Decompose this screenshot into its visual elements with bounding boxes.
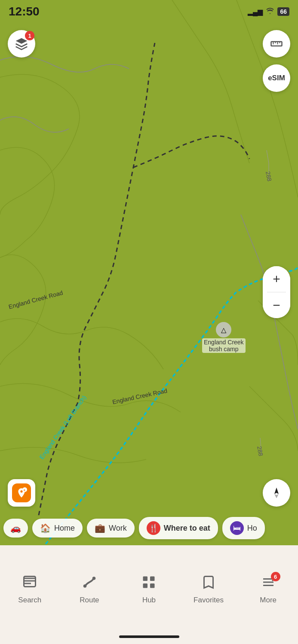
- bottom-navigation: Search Route: [0, 545, 298, 644]
- home-indicator: [0, 629, 298, 644]
- search-tab-label: Search: [18, 596, 41, 605]
- tab-route[interactable]: Route: [60, 574, 120, 605]
- battery-indicator: 66: [277, 7, 289, 16]
- zoom-in-button[interactable]: +: [263, 266, 290, 292]
- compass-icon: [270, 486, 283, 499]
- route-tab-label: Route: [80, 596, 99, 605]
- navigate-button[interactable]: [263, 479, 290, 507]
- hub-tab-icon: [141, 574, 157, 593]
- wifi-icon: [265, 7, 275, 16]
- home-icon: 🏠: [40, 523, 51, 533]
- nav-tabs-container: Search Route: [0, 545, 298, 629]
- svg-rect-16: [150, 583, 155, 588]
- quick-chip-work[interactable]: 💼 Work: [87, 519, 135, 538]
- layers-badge: 1: [25, 31, 34, 40]
- svg-rect-15: [143, 583, 148, 588]
- tab-search[interactable]: Search: [0, 574, 60, 605]
- tab-more[interactable]: 6 More: [238, 574, 298, 605]
- layers-button[interactable]: 1: [8, 30, 35, 58]
- more-badge-container: 6: [261, 574, 276, 593]
- map-view[interactable]: 288 288 England Creek Road England Creek…: [0, 0, 298, 644]
- quick-chip-hotel[interactable]: 🛏 Ho: [222, 517, 265, 539]
- svg-rect-14: [150, 577, 155, 581]
- search-tab-icon: [22, 574, 37, 593]
- svg-rect-13: [143, 577, 148, 581]
- esim-button[interactable]: eSIM: [263, 64, 290, 92]
- work-label: Work: [109, 524, 127, 533]
- tab-favorites[interactable]: Favorites: [179, 574, 239, 605]
- home-label: Home: [54, 524, 75, 533]
- more-badge: 6: [271, 572, 280, 581]
- zoom-controls: + −: [263, 266, 290, 318]
- esim-label: eSIM: [268, 74, 285, 82]
- camp-icon: △: [216, 322, 231, 337]
- camp-label: England Creekbush camp: [202, 338, 246, 353]
- add-waypoint-button[interactable]: +: [8, 479, 35, 507]
- quick-chip-car[interactable]: 🚗: [3, 519, 28, 538]
- quick-chip-home[interactable]: 🏠 Home: [32, 519, 83, 538]
- status-icons: ▂▄▆ 66: [248, 7, 289, 16]
- signal-icon: ▂▄▆: [248, 8, 263, 16]
- svg-point-11: [83, 584, 87, 588]
- favorites-tab-icon: [201, 574, 216, 593]
- status-bar: 12:50 ▂▄▆ 66: [0, 0, 298, 23]
- favorites-tab-label: Favorites: [194, 596, 224, 605]
- svg-rect-3: [271, 42, 282, 46]
- svg-text:+: +: [23, 488, 25, 492]
- plus-location-icon: +: [16, 487, 27, 498]
- svg-point-12: [92, 577, 96, 580]
- tab-hub[interactable]: Hub: [119, 574, 179, 605]
- hub-tab-label: Hub: [142, 596, 156, 605]
- ruler-icon: [270, 37, 283, 50]
- car-icon: 🚗: [10, 523, 21, 533]
- fork-knife-icon: 🍴: [147, 521, 160, 535]
- ruler-button[interactable]: [263, 30, 290, 58]
- status-time: 12:50: [9, 5, 40, 18]
- work-icon: 💼: [95, 523, 105, 533]
- where-to-eat-label: Where to eat: [164, 524, 210, 533]
- home-bar: [119, 635, 179, 638]
- quick-access-bar: 🚗 🏠 Home 💼 Work 🍴 Where to eat 🛏 Ho: [0, 511, 298, 545]
- more-tab-label: More: [260, 596, 276, 605]
- hotel-label: Ho: [247, 524, 257, 533]
- route-tab-icon: [82, 574, 97, 593]
- waypoint-inner: +: [12, 483, 31, 502]
- camp-marker[interactable]: △ England Creekbush camp: [202, 322, 246, 353]
- hotel-icon: 🛏: [230, 521, 244, 535]
- quick-chip-where-to-eat[interactable]: 🍴 Where to eat: [139, 517, 218, 539]
